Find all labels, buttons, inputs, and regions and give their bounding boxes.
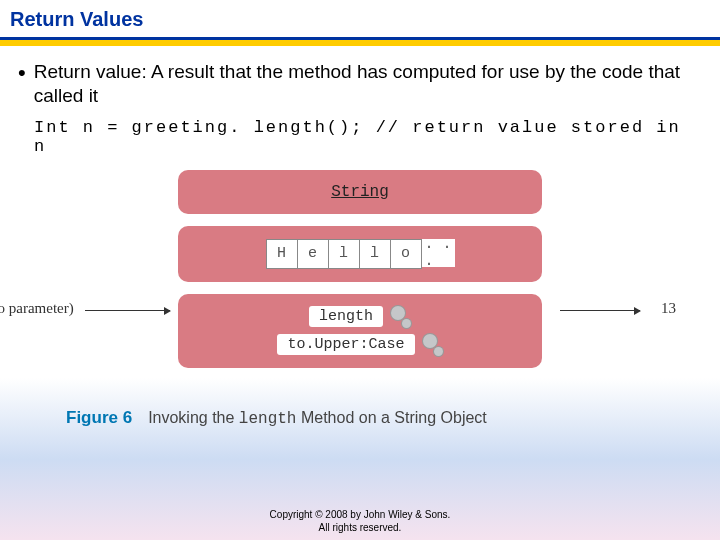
gear-icon bbox=[389, 306, 411, 328]
caption-aft: Method on a String Object bbox=[296, 409, 486, 426]
bullet-item: • Return value: A result that the method… bbox=[18, 60, 702, 108]
arrow-icon bbox=[85, 310, 170, 311]
method-length-label: length bbox=[309, 306, 383, 327]
title-bar: Return Values bbox=[0, 0, 720, 40]
char-cell: H bbox=[266, 239, 298, 269]
figure-diagram: String H e l l o . . . length to.Upper:C… bbox=[80, 170, 640, 390]
methods-box: length to.Upper:Case bbox=[178, 294, 542, 368]
string-type-box: String bbox=[178, 170, 542, 214]
caption-pre: Invoking the bbox=[148, 409, 239, 426]
bullet-dot-icon: • bbox=[18, 60, 26, 84]
char-cell: l bbox=[360, 239, 391, 269]
copyright-footer: Copyright © 2008 by John Wiley & Sons. A… bbox=[0, 508, 720, 534]
method-uppercase-row: to.Upper:Case bbox=[277, 334, 442, 356]
caption-mono: length bbox=[239, 410, 297, 428]
result-label: 13 bbox=[661, 300, 676, 317]
no-param-label: (no parameter) bbox=[0, 300, 74, 317]
bullet-text: Return value: A result that the method h… bbox=[34, 60, 702, 108]
char-cells: H e l l o . . . bbox=[266, 239, 455, 269]
string-type-label: String bbox=[331, 183, 389, 201]
content-area: • Return value: A result that the method… bbox=[0, 46, 720, 428]
method-uppercase-label: to.Upper:Case bbox=[277, 334, 414, 355]
figure-caption: Figure 6 Invoking the length Method on a… bbox=[66, 408, 702, 428]
figure-number: Figure 6 bbox=[66, 408, 132, 428]
figure-caption-text: Invoking the length Method on a String O… bbox=[148, 409, 487, 428]
copyright-line-2: All rights reserved. bbox=[0, 521, 720, 534]
copyright-line-1: Copyright © 2008 by John Wiley & Sons. bbox=[0, 508, 720, 521]
char-cell: l bbox=[329, 239, 360, 269]
page-title: Return Values bbox=[10, 8, 710, 31]
char-array-box: H e l l o . . . bbox=[178, 226, 542, 282]
char-cell: e bbox=[298, 239, 329, 269]
code-sample: Int n = greeting. length(); // return va… bbox=[18, 108, 702, 156]
arrow-icon bbox=[560, 310, 640, 311]
char-cell: o bbox=[391, 239, 422, 269]
char-ellipsis: . . . bbox=[422, 239, 455, 267]
gear-icon bbox=[421, 334, 443, 356]
method-length-row: length bbox=[309, 306, 411, 328]
